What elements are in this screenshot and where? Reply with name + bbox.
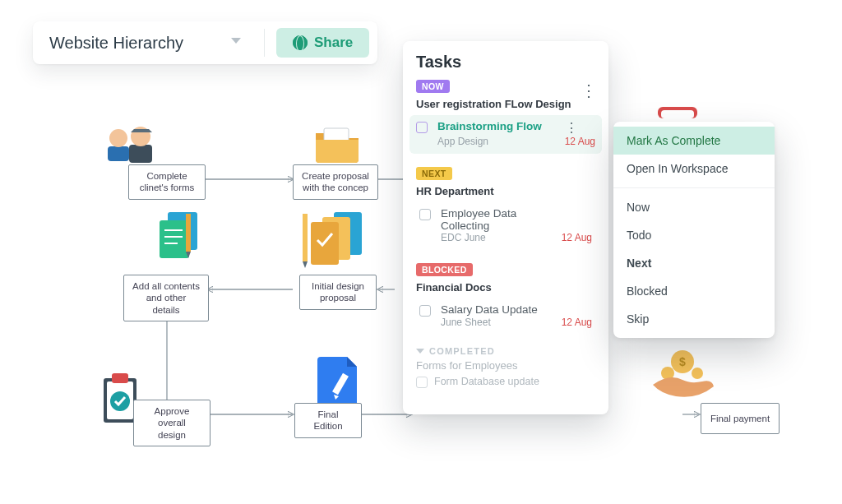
group-title-blocked: Financial Docs (416, 281, 595, 294)
panel-more-icon[interactable]: ⋮ (581, 81, 597, 100)
chevron-down-icon (231, 38, 241, 48)
task-sub: EDC June (441, 232, 555, 243)
share-label: Share (314, 35, 353, 51)
node-add-contents[interactable]: Add all contents and other details (123, 275, 209, 321)
section-blocked: BLOCKED Financial Docs Salary Data Updat… (416, 261, 595, 335)
task-more-icon[interactable]: ⋮ (565, 120, 595, 136)
node-initial-design[interactable]: Initial design proposal (299, 275, 377, 310)
completed-task[interactable]: Form Database update (416, 375, 595, 388)
tasks-panel: Tasks ⋮ NOW User registration FLow Desig… (403, 41, 608, 414)
svg-point-9 (109, 129, 127, 147)
documents-stack-icon (299, 206, 370, 271)
folder-icon (312, 122, 362, 168)
node-clients-forms[interactable]: Complete clinet's forms (128, 164, 206, 200)
section-next: NEXT HR Department Employee Data Collect… (416, 165, 595, 250)
task-date: 12 Aug (565, 136, 595, 147)
svg-rect-18 (186, 214, 191, 252)
task-checkbox-icon[interactable] (416, 122, 428, 133)
task-checkbox-icon[interactable] (419, 305, 431, 317)
dropdown-label: Website Hierarchy (49, 34, 183, 53)
ctx-blocked[interactable]: Blocked (613, 277, 775, 305)
globe-icon (293, 35, 308, 50)
share-button[interactable]: Share (276, 28, 369, 58)
section-completed: COMPLETED Forms for Employees Form Datab… (416, 346, 595, 388)
ctx-separator (613, 187, 775, 188)
task-name: Salary Data Update (441, 303, 555, 316)
task-checkbox-icon[interactable] (419, 209, 431, 220)
task-sub: June Sheet (441, 317, 555, 328)
badge-blocked: BLOCKED (416, 263, 473, 276)
edit-document-icon (316, 355, 362, 409)
hand-coins-icon: $ (650, 345, 715, 401)
ctx-todo[interactable]: Todo (613, 221, 775, 249)
completed-task-name: Form Database update (434, 376, 539, 387)
group-title-next: HR Department (416, 185, 595, 197)
task-date: 12 Aug (562, 317, 592, 328)
chevron-down-icon (416, 349, 424, 354)
people-icon (101, 120, 160, 168)
task-sub: App Design (437, 136, 558, 147)
svg-rect-23 (303, 214, 308, 261)
ctx-mark-complete[interactable]: Mark As Complete (613, 127, 775, 155)
task-checkbox-icon (416, 377, 428, 388)
task-context-menu: Mark As Complete Open In Workspace Now T… (613, 122, 775, 338)
completed-toggle[interactable]: COMPLETED (416, 346, 595, 356)
node-approve[interactable]: Approve overall design (133, 400, 210, 446)
node-final-edition[interactable]: Final Edition (294, 403, 362, 438)
badge-next: NEXT (416, 167, 452, 180)
ctx-now[interactable]: Now (613, 193, 775, 221)
svg-marker-24 (303, 261, 308, 268)
svg-text:$: $ (679, 355, 686, 368)
completed-group: Forms for Employees (416, 359, 595, 372)
task-date: 12 Aug (562, 232, 592, 243)
task-employee-data[interactable]: Employee Data Collecting EDC June 12 Aug (416, 202, 595, 250)
svg-rect-14 (160, 220, 189, 258)
svg-marker-29 (347, 357, 357, 367)
app-canvas: Website Hierarchy Share (0, 0, 842, 504)
ctx-skip[interactable]: Skip (613, 305, 775, 333)
task-name: Brainstorming Flow (437, 120, 558, 132)
node-create-proposal[interactable]: Create proposal with the concep (293, 164, 378, 200)
ctx-open-workspace[interactable]: Open In Workspace (613, 155, 775, 183)
toolbar-divider (264, 29, 265, 57)
task-brainstorming[interactable]: Brainstorming Flow ⋮ App Design 12 Aug (409, 115, 602, 154)
ctx-next[interactable]: Next (613, 249, 775, 277)
node-final-payment[interactable]: Final payment (701, 403, 780, 434)
badge-now: NOW (416, 80, 450, 93)
toolbar: Website Hierarchy Share (33, 21, 377, 64)
svg-rect-27 (112, 373, 128, 383)
hierarchy-dropdown[interactable]: Website Hierarchy (41, 30, 252, 56)
svg-rect-10 (129, 145, 152, 163)
notes-pencil-icon (153, 209, 207, 266)
task-salary-data[interactable]: Salary Data Update June Sheet 12 Aug (416, 298, 595, 335)
group-title-now: User registration FLow Design (416, 98, 595, 110)
completed-label: COMPLETED (429, 346, 495, 356)
tasks-title: Tasks (416, 53, 595, 72)
section-now: NOW User registration FLow Design Brains… (416, 78, 595, 154)
svg-rect-33 (661, 110, 694, 118)
svg-point-37 (692, 368, 703, 379)
task-name: Employee Data Collecting (441, 207, 555, 232)
svg-rect-8 (108, 146, 129, 161)
